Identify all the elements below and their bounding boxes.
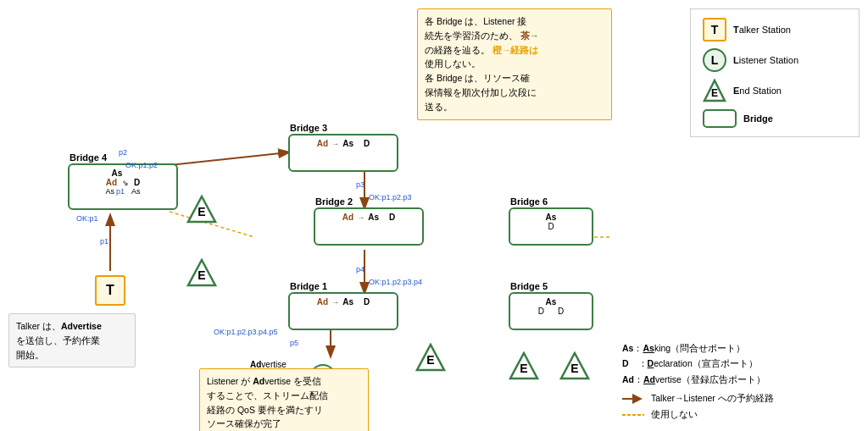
- bridge6-ports: As: [546, 213, 557, 222]
- bridge4-box: Bridge 4 As Ad ⇘ D As p1 As: [68, 163, 178, 210]
- bridge1-label: Bridge 1: [290, 281, 327, 291]
- svg-text:E: E: [711, 87, 718, 99]
- abbr-ad: Ad：Advertise（登録広告ポート）: [622, 372, 860, 388]
- bridge6-label: Bridge 6: [510, 196, 548, 207]
- end-station-4: E: [509, 351, 539, 382]
- abbr-arrow2: 使用しない: [622, 406, 860, 423]
- bridge5-as: As: [546, 297, 557, 307]
- bridge2-box: Bridge 2 Ad → As D: [314, 207, 424, 246]
- bridge6-as: As: [546, 213, 557, 222]
- bridge4-ports2: Ad ⇘ D: [106, 178, 141, 187]
- ok-p1-label: OK:p1: [76, 214, 98, 223]
- abbr-d-bold: D: [648, 358, 654, 368]
- abbr-legend: As：Asking（問合せポート） D ：Declaration（宣言ポート） …: [622, 340, 860, 423]
- svg-line-4: [170, 152, 288, 165]
- bridge5-d2: D: [558, 307, 564, 316]
- talker-station: T: [95, 275, 125, 306]
- abbr-arrow1: Talker→Listener への予約経路: [622, 390, 860, 406]
- bridge4-label: Bridge 4: [70, 152, 107, 163]
- bridge-note-brown: 茶→: [520, 30, 539, 41]
- legend-listener: L Listener Station: [703, 48, 847, 72]
- end-station-3: E: [415, 343, 446, 373]
- abbr-arrow1-label: Talker→Listener への予約経路: [651, 390, 774, 406]
- ok-p1p2-label: OK:p1.p2: [125, 161, 158, 169]
- bridge-note-2: の経路を辿る。: [425, 45, 490, 55]
- legend-bridge: Bridge: [703, 109, 847, 128]
- abbr-d-short: D: [622, 358, 629, 368]
- bridge3-d: D: [364, 139, 370, 148]
- svg-text:E: E: [520, 362, 527, 375]
- bridge1-ports: Ad → As D: [317, 297, 370, 307]
- end-station-1: E: [186, 195, 217, 225]
- abbr-as: As：Asking（問合せポート）: [622, 340, 860, 356]
- bridge1-d: D: [364, 297, 370, 307]
- listener-info-box: Listener が Advertise を受信することで、ストリーム配信経路の…: [199, 368, 369, 431]
- bridge3-as: As: [342, 139, 353, 148]
- legend-bridge-label: Bridge: [743, 113, 773, 124]
- bridge2-label: Bridge 2: [315, 196, 353, 207]
- bridge2-as: As: [368, 213, 379, 222]
- bridge6-box: Bridge 6 As D: [509, 207, 593, 246]
- p3-label: p3: [356, 180, 364, 189]
- legend-listener-symbol: L: [703, 48, 726, 72]
- abbr-ad-short: Ad: [622, 374, 634, 384]
- bridge5-ports2: D D: [538, 307, 564, 316]
- legend-talker: T Talker Station: [703, 18, 847, 41]
- ok-p1p2p3p4-label: OK:p1.p2.p3.p4: [369, 278, 422, 286]
- bridge6-d: D: [548, 222, 554, 231]
- ok-all-label: OK:p1.p2.p3.p4.p5: [214, 328, 278, 336]
- legend-talker-label: Talker Station: [733, 25, 791, 35]
- bridge2-ad: Ad: [342, 213, 353, 222]
- end-station-2: E: [186, 258, 217, 289]
- legend-end-symbol: E: [703, 79, 726, 102]
- bridge-note-3: 使用しない。各 Bridge は、リソース確保情報を順次付加し次段に送る。: [425, 58, 537, 111]
- svg-text:E: E: [198, 205, 205, 218]
- abbr-as-bold: As: [643, 343, 654, 353]
- svg-text:E: E: [426, 353, 434, 367]
- bridge4-p1: p1: [116, 187, 125, 196]
- bridge-info-box: 各 Bridge は、Listener 接続先を学習済のため、 茶→ の経路を辿…: [417, 8, 612, 120]
- listener-note: Listener が Advertise を受信することで、ストリーム配信経路の…: [207, 376, 328, 428]
- legend-listener-label: Listener Station: [733, 55, 798, 65]
- abbr-d: D ：Declaration（宣言ポート）: [622, 356, 860, 372]
- p2-label: p2: [119, 148, 127, 157]
- bridge5-d1: D: [538, 307, 544, 316]
- bridge1-as: As: [342, 297, 353, 307]
- abbr-as-short: As: [622, 343, 633, 353]
- svg-text:E: E: [198, 268, 205, 282]
- legend-end: E End Station: [703, 79, 847, 102]
- bridge1-box: Bridge 1 Ad → As D: [288, 292, 398, 330]
- talker-note-1: Talker は、Advertiseを送信し、予約作業開始。: [16, 321, 102, 360]
- bridge3-box: Bridge 3 Ad → As D: [288, 134, 398, 172]
- bridge-note-1: 各 Bridge は、Listener 接続先を学習済のため、: [425, 16, 526, 41]
- bridge3-ad: Ad: [317, 139, 328, 148]
- abbr-ad-bold: Ad: [643, 374, 655, 384]
- bridge4-as-top: As: [112, 169, 123, 178]
- legend-end-label: End Station: [733, 86, 782, 96]
- abbr-arrow2-label: 使用しない: [651, 406, 698, 423]
- legend-talker-symbol: T: [703, 18, 726, 41]
- bridge2-ports: Ad → As D: [342, 213, 395, 222]
- p4-label: p4: [356, 265, 364, 274]
- ok-p1p2p3-label: OK:p1.p2.p3: [369, 193, 412, 202]
- p1-label: p1: [100, 237, 108, 246]
- end-station-5: E: [559, 351, 590, 382]
- bridge5-box: Bridge 5 As D D: [509, 292, 593, 330]
- bridge4-as2: As: [105, 187, 114, 196]
- bridge4-bottom-ports: As p1 As: [105, 187, 140, 196]
- bridge1-ad: Ad: [317, 297, 328, 307]
- bridge4-ad: Ad: [106, 178, 117, 187]
- legend-box: T Talker Station L Listener Station E En…: [690, 8, 860, 137]
- bridge5-label: Bridge 5: [510, 281, 548, 291]
- talker-info-box: Talker は、Advertiseを送信し、予約作業開始。: [8, 313, 136, 367]
- bridge4-as3: As: [131, 187, 141, 196]
- svg-text:E: E: [570, 362, 578, 375]
- bridge2-d: D: [389, 213, 395, 222]
- bridge4-d2: D: [134, 178, 140, 187]
- main-container: Bridge 3 Ad → As D Bridge 2 Ad → As D Br…: [0, 0, 868, 431]
- bridge5-ports: As: [546, 297, 557, 307]
- bridge4-ports: As: [112, 169, 135, 178]
- bridge3-label: Bridge 3: [290, 123, 327, 133]
- bridge3-ports: Ad → As D: [317, 139, 370, 148]
- legend-bridge-symbol: [703, 109, 737, 128]
